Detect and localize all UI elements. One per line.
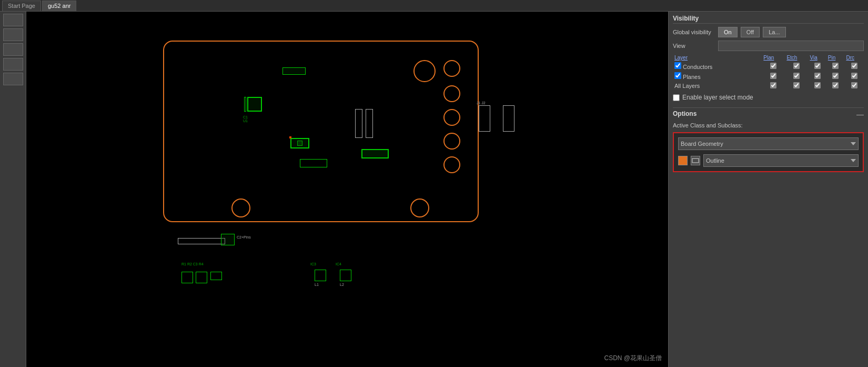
minimize-btn[interactable]: —: [856, 110, 864, 118]
comp-bottom-right-1: [315, 270, 326, 281]
comp-bottom-2c: [210, 272, 222, 280]
comp-far-right-2: [503, 105, 514, 132]
drill-hole-3: [443, 85, 460, 102]
class-dropdown[interactable]: Board Geometry Etch Via: [678, 137, 859, 150]
conductors-via[interactable]: [814, 63, 821, 69]
divider-1: [673, 107, 864, 108]
drill-hole-1: [413, 60, 436, 82]
drill-hole-2: [443, 60, 460, 77]
visibility-on-btn[interactable]: On: [718, 27, 738, 37]
options-section: Options — Active Class and Subclass: Boa…: [673, 110, 864, 172]
comp-bottom-right-label4: L2: [340, 283, 344, 286]
col-etch[interactable]: Etch: [786, 55, 797, 61]
active-class-label: Active Class and Subclass:: [673, 122, 743, 128]
planes-via[interactable]: [814, 73, 821, 79]
canvas-area[interactable]: C1 U1 J1 J2 C2+Pins R1 R2 C3 R4 IC3 IC4 …: [26, 12, 668, 367]
comp-ic-1: [247, 97, 262, 112]
global-visibility-row: Global visibility On Off La...: [673, 27, 864, 37]
drill-hole-6: [443, 156, 460, 173]
visibility-last-btn[interactable]: La...: [763, 27, 785, 37]
planes-plan[interactable]: [770, 73, 776, 79]
planes-label: Planes: [683, 74, 701, 80]
planes-check[interactable]: [674, 72, 681, 79]
options-title: Options: [673, 110, 697, 118]
visibility-section-title: Visibility: [673, 15, 864, 24]
comp-label-1: C1: [243, 115, 248, 119]
comp-bottom-right-label1: IC3: [310, 262, 316, 266]
alllayers-plan[interactable]: [770, 82, 776, 88]
comp-bottom-strip: [178, 238, 225, 244]
col-pin[interactable]: Pin: [828, 55, 835, 61]
sidebar-tool-3[interactable]: [3, 43, 23, 56]
global-visibility-label: Global visibility: [673, 29, 715, 35]
main-layout: C1 U1 J1 J2 C2+Pins R1 R2 C3 R4 IC3 IC4 …: [0, 12, 868, 367]
table-row: All Layers: [673, 81, 864, 91]
comp-bottom-2a: [181, 272, 193, 283]
subclass-color-swatch[interactable]: [678, 156, 688, 165]
subclass-dropdown[interactable]: Outline Place Bound Cutout: [703, 154, 859, 167]
visibility-off-btn[interactable]: Off: [741, 27, 760, 37]
right-panel: Visibility Global visibility On Off La..…: [668, 12, 868, 367]
subclass-icon-swatch: [691, 156, 700, 165]
comp-bottom-right-label3: L1: [315, 283, 319, 286]
class-dropdown-row: Board Geometry Etch Via: [678, 137, 859, 150]
all-layers-label: All Layers: [674, 83, 700, 89]
table-row: Conductors: [673, 61, 864, 71]
comp-connector-2: [361, 149, 389, 158]
conductors-drc[interactable]: [851, 63, 857, 69]
col-drc[interactable]: Drc: [846, 55, 854, 61]
comp-right-1: [355, 109, 362, 138]
layer-header[interactable]: Layer: [674, 55, 688, 61]
comp-right-2: [366, 109, 373, 138]
drill-hole-7: [231, 199, 250, 217]
left-sidebar: [0, 12, 26, 367]
view-input[interactable]: [718, 41, 864, 51]
planes-etch[interactable]: [793, 73, 800, 79]
comp-bottom-right-label2: IC4: [336, 262, 341, 266]
conductors-etch[interactable]: [793, 63, 800, 69]
watermark: CSDN @花果山圣僧: [604, 354, 662, 363]
svg-rect-0: [692, 158, 699, 163]
conductors-check[interactable]: [674, 62, 681, 69]
table-row: Planes: [673, 71, 864, 81]
sidebar-tool-1[interactable]: [3, 14, 23, 26]
comp-connector-1: [300, 159, 327, 167]
comp-center-dot: [289, 136, 291, 138]
comp-ic-1-pin: [244, 97, 246, 112]
col-via[interactable]: Via: [810, 55, 817, 61]
conductors-plan[interactable]: [770, 63, 776, 69]
alllayers-etch[interactable]: [793, 82, 800, 88]
sidebar-tool-5[interactable]: [3, 73, 23, 85]
sidebar-tool-2[interactable]: [3, 28, 23, 41]
planes-pin[interactable]: [832, 73, 839, 79]
col-plan[interactable]: Plan: [763, 55, 774, 61]
drill-hole-5: [443, 133, 460, 150]
alllayers-pin[interactable]: [832, 82, 839, 88]
comp-center-1: [290, 138, 309, 148]
enable-layer-row: Enable layer select mode: [673, 94, 864, 101]
comp-header-top: [282, 67, 306, 75]
enable-layer-checkbox[interactable]: [673, 94, 680, 101]
view-row: View: [673, 41, 864, 51]
planes-drc[interactable]: [851, 73, 857, 79]
comp-label-3: J1 J2: [477, 101, 486, 105]
view-label: View: [673, 43, 715, 49]
comp-bottom-label1: C2+Pins: [237, 235, 251, 239]
tab-gu52[interactable]: gu52 anr: [42, 1, 76, 11]
enable-layer-label: Enable layer select mode: [682, 94, 753, 101]
conductors-pin[interactable]: [832, 63, 839, 69]
tab-start-page[interactable]: Start Page: [2, 1, 41, 11]
alllayers-drc[interactable]: [851, 82, 857, 88]
comp-bottom-label2: R1 R2 C3 R4: [181, 262, 204, 266]
alllayers-via[interactable]: [814, 82, 821, 88]
comp-far-right-1: [479, 105, 490, 132]
tab-bar: Start Page gu52 anr: [0, 0, 868, 12]
comp-bottom-ic1: [221, 234, 235, 245]
comp-bottom-right-2: [340, 270, 351, 281]
sidebar-tool-4[interactable]: [3, 58, 23, 71]
drill-hole-8: [410, 199, 429, 217]
layer-table: Layer Plan Etch Via Pin Drc Conductors: [673, 54, 864, 91]
subclass-dropdown-row: Outline Place Bound Cutout: [678, 154, 859, 167]
comp-label-2: U1: [243, 119, 248, 123]
active-class-box: Board Geometry Etch Via Outline Place Bo…: [673, 132, 864, 172]
